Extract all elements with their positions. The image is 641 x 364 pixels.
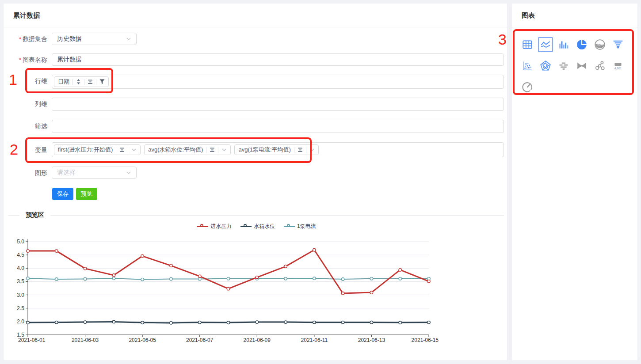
gauge-chart-icon[interactable] — [520, 80, 535, 95]
variables-input[interactable]: first(进水压力:开始值)avg(水箱水位:平均值)avg(1泵电流:平均值… — [52, 142, 504, 157]
legend-item[interactable]: 进水压力 — [197, 223, 232, 230]
aggregate-icon[interactable] — [298, 148, 303, 152]
data-point[interactable] — [141, 278, 144, 281]
line-chart-icon[interactable] — [538, 37, 553, 52]
data-point[interactable] — [341, 321, 344, 323]
data-point[interactable] — [256, 321, 258, 323]
data-point[interactable] — [370, 291, 373, 294]
chevron-down-icon — [126, 170, 131, 175]
data-point[interactable] — [370, 321, 373, 323]
chevron-down-icon[interactable] — [309, 147, 315, 152]
variable-tag[interactable]: first(进水压力:开始值) — [54, 144, 141, 155]
row-dim-input[interactable]: 日期 — [52, 75, 504, 89]
data-point[interactable] — [427, 280, 430, 283]
data-point[interactable] — [55, 321, 58, 323]
funnel-chart-icon[interactable] — [610, 37, 626, 52]
col-dim-input[interactable] — [52, 98, 504, 111]
aggregate-icon[interactable] — [88, 80, 93, 84]
sort-icon[interactable] — [76, 79, 81, 84]
data-point[interactable] — [141, 321, 144, 324]
table-chart-icon[interactable] — [520, 37, 535, 52]
kpi-card-icon[interactable]: 4,801 — [610, 58, 626, 73]
data-point[interactable] — [227, 277, 229, 280]
data-point[interactable] — [55, 278, 58, 281]
chevron-down-icon[interactable] — [131, 147, 137, 152]
data-point[interactable] — [84, 267, 86, 270]
data-point[interactable] — [284, 265, 287, 268]
filter-icon[interactable] — [99, 79, 105, 84]
svg-text:4,801: 4,801 — [614, 67, 622, 70]
relation-graph-icon[interactable] — [592, 58, 607, 73]
data-point[interactable] — [399, 269, 401, 271]
bar-chart-icon[interactable] — [556, 37, 571, 52]
form-row-chart-name: *图表名称 累计数据 — [4, 53, 504, 66]
graphic-select[interactable]: 请选择 — [52, 167, 137, 179]
svg-text:4.5: 4.5 — [17, 252, 24, 258]
svg-text:2021-06-11: 2021-06-11 — [301, 337, 328, 343]
dataset-select[interactable]: 历史数据 — [52, 33, 137, 45]
data-point[interactable] — [284, 321, 287, 323]
form-row-filter: 筛选 — [4, 120, 504, 133]
data-point[interactable] — [399, 321, 401, 324]
variable-tag-label: avg(1泵电流:平均值) — [238, 146, 290, 154]
legend-item[interactable]: 水箱水位 — [240, 223, 275, 230]
data-point[interactable] — [112, 320, 115, 323]
scatter-chart-icon[interactable] — [520, 58, 535, 73]
heatmap-chart-icon[interactable] — [556, 58, 571, 73]
data-point[interactable] — [341, 292, 344, 295]
data-point[interactable] — [27, 321, 29, 324]
data-point[interactable] — [198, 275, 201, 277]
filter-input[interactable] — [52, 120, 504, 133]
data-point[interactable] — [399, 277, 401, 280]
data-point[interactable] — [427, 321, 430, 323]
preview-section-divider: 预览区 — [8, 211, 504, 219]
sankey-chart-icon[interactable] — [574, 58, 589, 73]
data-point[interactable] — [84, 277, 86, 280]
dimension-tag[interactable]: 日期 — [54, 76, 109, 87]
data-point[interactable] — [198, 321, 201, 323]
form-row-dataset: *数据集合 历史数据 — [4, 33, 137, 46]
annotation-number-1: 1 — [9, 72, 17, 87]
data-point[interactable] — [227, 321, 229, 324]
data-point[interactable] — [27, 250, 29, 252]
form-row-graphic: 图形 请选择 — [4, 167, 137, 179]
form-row-row-dim: 行维 日期 — [4, 75, 504, 89]
data-point[interactable] — [370, 277, 373, 280]
data-point[interactable] — [55, 250, 58, 252]
variable-tag[interactable]: avg(水箱水位:平均值) — [144, 144, 231, 155]
data-point[interactable] — [84, 321, 86, 323]
radar-chart-icon[interactable] — [538, 58, 553, 73]
liquid-fill-chart-icon[interactable]: 50% — [592, 37, 607, 52]
legend-marker-icon — [197, 226, 208, 227]
chart-name-input[interactable]: 累计数据 — [52, 53, 504, 66]
chart-name-label: *图表名称 — [4, 53, 47, 66]
data-point[interactable] — [170, 264, 172, 267]
data-point[interactable] — [341, 278, 344, 281]
data-point[interactable] — [170, 322, 172, 324]
data-point[interactable] — [284, 277, 287, 280]
svg-text:2.0: 2.0 — [17, 318, 24, 325]
aggregate-icon[interactable] — [119, 148, 125, 152]
data-point[interactable] — [27, 277, 29, 280]
data-point[interactable] — [313, 321, 316, 323]
data-point[interactable] — [112, 274, 115, 277]
data-point[interactable] — [170, 277, 172, 280]
variable-tag[interactable]: avg(1泵电流:平均值) — [234, 144, 318, 155]
legend-item[interactable]: 1泵电流 — [284, 223, 316, 230]
save-button[interactable]: 保存 — [52, 188, 73, 200]
data-point[interactable] — [227, 288, 229, 290]
preview-button[interactable]: 预览 — [76, 188, 97, 200]
aggregate-icon[interactable] — [210, 148, 215, 152]
pie-chart-icon[interactable] — [574, 37, 589, 52]
preview-line-chart: 5.04.54.03.53.02.52.01.52021-06-012021-0… — [9, 237, 455, 347]
sidebar-title: 图表 — [512, 4, 637, 27]
data-point[interactable] — [256, 276, 258, 279]
data-point[interactable] — [141, 254, 144, 257]
legend-label: 1泵电流 — [297, 223, 316, 230]
data-point[interactable] — [313, 277, 316, 280]
data-point[interactable] — [112, 277, 115, 280]
svg-text:5.0: 5.0 — [17, 239, 24, 245]
col-dim-label: 列维 — [4, 98, 47, 110]
data-point[interactable] — [313, 248, 316, 251]
chevron-down-icon[interactable] — [221, 147, 227, 152]
